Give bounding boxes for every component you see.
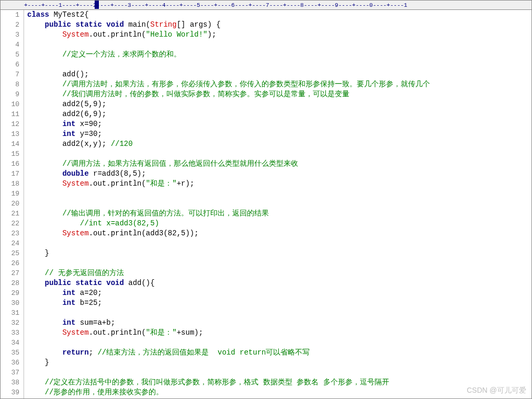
code-line[interactable] bbox=[27, 149, 531, 159]
code-line[interactable]: System.out.println("和是："+sum); bbox=[27, 328, 531, 338]
line-number: 27 bbox=[1, 268, 19, 278]
line-number: 22 bbox=[1, 219, 19, 229]
ruler-cursor-mark bbox=[95, 1, 99, 9]
line-number: 7 bbox=[1, 70, 19, 79]
line-number: 2 bbox=[1, 20, 19, 30]
line-number: 8 bbox=[1, 79, 19, 89]
line-number: 10 bbox=[1, 99, 19, 109]
line-number: 11 bbox=[1, 109, 19, 119]
code-line[interactable] bbox=[27, 40, 531, 50]
line-number: 3 bbox=[1, 30, 19, 40]
line-number: 6 bbox=[1, 60, 19, 70]
code-line[interactable]: //定义在方法括号中的参数，我们叫做形式参数，简称形参，格式 数据类型 参数名 … bbox=[27, 378, 531, 387]
code-line[interactable]: } bbox=[27, 358, 531, 368]
code-line[interactable] bbox=[27, 238, 531, 248]
code-line[interactable] bbox=[27, 199, 531, 209]
line-number: 28 bbox=[1, 278, 19, 288]
line-number: 21 bbox=[1, 209, 19, 219]
line-number: 17 bbox=[1, 169, 19, 179]
line-number: 24 bbox=[1, 238, 19, 248]
code-line[interactable]: System.out.println(add3(82,5)); bbox=[27, 229, 531, 238]
code-line[interactable]: add(); bbox=[27, 70, 531, 79]
line-number: 39 bbox=[1, 387, 19, 397]
code-line[interactable]: } bbox=[27, 248, 531, 258]
code-line[interactable]: //调用方法时，如果方法，有形参，你必须传入参数，你传入的参数类型和形参保持一致… bbox=[27, 79, 531, 89]
code-line[interactable]: // 无参无返回值的方法 bbox=[27, 268, 531, 278]
code-line[interactable] bbox=[27, 60, 531, 70]
code-line[interactable]: return; //结束方法，方法的返回值如果是 void return可以省略… bbox=[27, 348, 531, 358]
line-number-gutter: 1234567891011121314151617181920212223242… bbox=[1, 10, 24, 398]
line-number: 37 bbox=[1, 368, 19, 378]
code-line[interactable]: //int x=add3(82,5) bbox=[27, 219, 531, 229]
code-line[interactable]: int sum=a+b; bbox=[27, 318, 531, 328]
code-line[interactable]: add2(5,9); bbox=[27, 99, 531, 109]
code-line[interactable]: //调用方法，如果方法有返回值，那么他返回什么类型就用什么类型来收 bbox=[27, 159, 531, 169]
code-line[interactable]: int a=20; bbox=[27, 288, 531, 298]
line-number: 19 bbox=[1, 189, 19, 199]
line-number: 26 bbox=[1, 258, 19, 268]
code-line[interactable] bbox=[27, 368, 531, 378]
line-number: 38 bbox=[1, 378, 19, 387]
line-number: 34 bbox=[1, 338, 19, 348]
watermark-text: CSDN @可儿可爱 bbox=[467, 386, 526, 395]
code-content[interactable]: class MyTest2{ public static void main(S… bbox=[24, 10, 531, 398]
line-number: 4 bbox=[1, 40, 19, 50]
code-line[interactable]: int y=30; bbox=[27, 129, 531, 139]
line-number: 18 bbox=[1, 179, 19, 189]
column-ruler: +----+----1----+----2----+----3----+----… bbox=[1, 1, 531, 10]
code-line[interactable]: int b=25; bbox=[27, 298, 531, 308]
line-number: 14 bbox=[1, 139, 19, 149]
code-line[interactable] bbox=[27, 189, 531, 199]
line-number: 30 bbox=[1, 298, 19, 308]
line-number: 35 bbox=[1, 348, 19, 358]
line-number: 33 bbox=[1, 328, 19, 338]
line-number: 1 bbox=[1, 10, 19, 20]
line-number: 29 bbox=[1, 288, 19, 298]
line-number: 9 bbox=[1, 89, 19, 99]
code-line[interactable]: System.out.println("Hello World!"); bbox=[27, 30, 531, 40]
code-line[interactable]: class MyTest2{ bbox=[27, 10, 531, 20]
line-number: 5 bbox=[1, 50, 19, 60]
code-line[interactable]: public static void main(String[] args) { bbox=[27, 20, 531, 30]
code-line[interactable]: //我们调用方法时，传的参数，叫做实际参数，简称实参。实参可以是常量，可以是变量 bbox=[27, 89, 531, 99]
line-number: 25 bbox=[1, 248, 19, 258]
code-line[interactable]: double r=add3(8,5); bbox=[27, 169, 531, 179]
line-number: 31 bbox=[1, 308, 19, 318]
code-line[interactable]: add2(6,9); bbox=[27, 109, 531, 119]
line-number: 36 bbox=[1, 358, 19, 368]
code-line[interactable] bbox=[27, 308, 531, 318]
ruler-text: +----+----1----+----2----+----3----+----… bbox=[24, 2, 408, 8]
line-number: 32 bbox=[1, 318, 19, 328]
code-line[interactable]: add2(x,y); //120 bbox=[27, 139, 531, 149]
line-number: 12 bbox=[1, 119, 19, 129]
editor-area: 1234567891011121314151617181920212223242… bbox=[1, 10, 531, 398]
line-number: 15 bbox=[1, 149, 19, 159]
code-line[interactable]: //输出调用，针对的有返回值的方法。可以打印出，返回的结果 bbox=[27, 209, 531, 219]
code-line[interactable]: //形参的作用，使用来接收实参的。 bbox=[27, 387, 531, 397]
code-line[interactable]: //定义一个方法，来求两个数的和。 bbox=[27, 50, 531, 60]
code-line[interactable] bbox=[27, 338, 531, 348]
line-number: 16 bbox=[1, 159, 19, 169]
code-line[interactable] bbox=[27, 258, 531, 268]
line-number: 20 bbox=[1, 199, 19, 209]
code-line[interactable]: public static void add(){ bbox=[27, 278, 531, 288]
code-line[interactable]: System.out.println("和是："+r); bbox=[27, 179, 531, 189]
code-line[interactable]: int x=90; bbox=[27, 119, 531, 129]
line-number: 13 bbox=[1, 129, 19, 139]
line-number: 23 bbox=[1, 229, 19, 238]
